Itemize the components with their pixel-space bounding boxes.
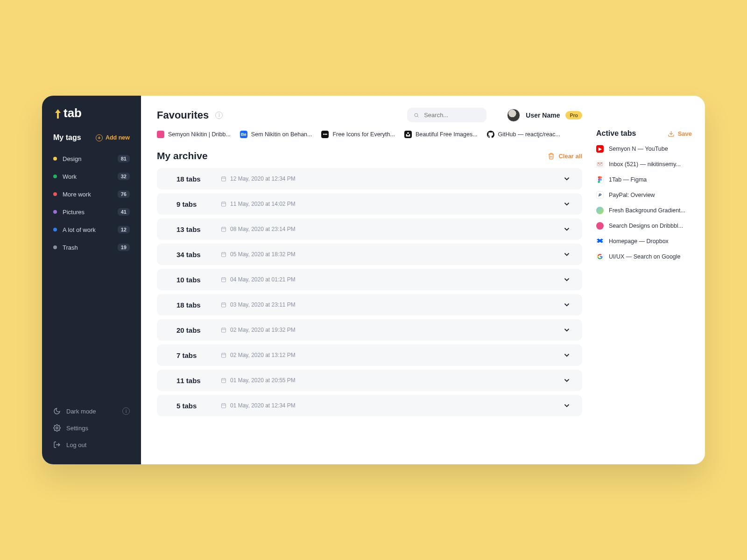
- active-tab-item[interactable]: Homepage — Dropbox: [596, 238, 692, 245]
- active-tab-item[interactable]: Inbox (521) — nikitinsemy...: [596, 161, 692, 168]
- chevron-down-icon: [563, 376, 571, 385]
- tag-color-dot-icon: [53, 228, 57, 231]
- chevron-down-icon: [563, 225, 571, 233]
- tag-count-badge: 81: [118, 155, 130, 162]
- tag-count-badge: 19: [118, 244, 130, 251]
- logout-button[interactable]: Log out: [42, 436, 141, 453]
- archive-row-date: 01 May, 2020 at 12:34 PM: [221, 402, 296, 409]
- calendar-icon: [221, 302, 226, 308]
- svg-rect-40: [222, 404, 226, 408]
- info-icon[interactable]: i: [215, 112, 223, 119]
- active-tab-label: PayPal: Overview: [609, 192, 655, 198]
- tag-color-dot-icon: [53, 157, 57, 161]
- active-tabs-title: Active tabs: [596, 129, 636, 138]
- save-button[interactable]: Save: [668, 130, 692, 137]
- add-new-label: Add new: [106, 134, 130, 141]
- chevron-down-icon: [563, 326, 571, 334]
- user-block[interactable]: User Name Pro: [507, 109, 582, 122]
- favourite-link[interactable]: GitHub — reactjc/reac...: [487, 131, 560, 138]
- archive-row[interactable]: 11 tabs 01 May, 2020 at 20:55 PM: [157, 370, 582, 391]
- tag-label: Work: [63, 173, 118, 180]
- active-tab-item[interactable]: Search Designs on Dribbbl...: [596, 222, 692, 230]
- svg-point-45: [600, 179, 602, 181]
- archive-row-title: 34 tabs: [176, 251, 221, 259]
- archive-row[interactable]: 7 tabs 02 May, 2020 at 13:12 PM: [157, 344, 582, 366]
- favourite-link[interactable]: •••Free Icons for Everyth...: [321, 131, 395, 138]
- archive-row[interactable]: 18 tabs 12 May, 2020 at 12:34 PM: [157, 168, 582, 189]
- favourite-label: Beautiful Free Images...: [416, 131, 478, 138]
- archive-row[interactable]: 9 tabs 11 May, 2020 at 14:02 PM: [157, 193, 582, 215]
- moon-icon: [53, 407, 61, 415]
- archive-row-date: 12 May, 2020 at 12:34 PM: [221, 175, 296, 182]
- tag-label: Pictures: [63, 209, 118, 216]
- archive-title: My archive: [157, 150, 208, 161]
- sidebar-tag-item[interactable]: A lot of work 12: [48, 221, 135, 238]
- clear-all-button[interactable]: Clear all: [548, 153, 582, 160]
- add-new-tag-button[interactable]: + Add new: [96, 134, 130, 141]
- svg-line-3: [418, 116, 419, 117]
- top-bar: Favourites i User Name Pro: [157, 108, 582, 122]
- favourite-link[interactable]: BeSem Nikitin on Behan...: [240, 131, 312, 138]
- settings-button[interactable]: Settings: [42, 420, 141, 436]
- svg-rect-20: [222, 278, 226, 282]
- favourite-label: Free Icons for Everyth...: [332, 131, 395, 138]
- active-tab-item[interactable]: PPayPal: Overview: [596, 191, 692, 199]
- archive-row-title: 13 tabs: [176, 225, 221, 233]
- site-icon: ▶: [596, 145, 604, 153]
- favourite-label: GitHub — reactjc/reac...: [498, 131, 560, 138]
- trash-icon: [548, 153, 555, 160]
- user-name: User Name: [526, 112, 560, 119]
- active-tab-item[interactable]: Fresh Background Gradient...: [596, 207, 692, 214]
- right-column: Active tabs Save ▶Semyon N — YouTubeInbo…: [596, 108, 692, 455]
- active-tab-item[interactable]: ▶Semyon N — YouTube: [596, 145, 692, 153]
- dark-mode-label: Dark mode: [66, 408, 96, 415]
- archive-row[interactable]: 10 tabs 04 May, 2020 at 01:21 PM: [157, 269, 582, 290]
- svg-point-2: [415, 113, 418, 117]
- search-box[interactable]: [407, 108, 486, 122]
- chevron-down-icon: [563, 351, 571, 359]
- active-tab-label: Semyon N — YouTube: [609, 146, 668, 152]
- archive-row-date: 08 May, 2020 at 23:14 PM: [221, 226, 296, 232]
- tag-label: Trash: [63, 244, 118, 251]
- sidebar-tag-item[interactable]: Design 81: [48, 150, 135, 167]
- sidebar-tag-item[interactable]: More work 76: [48, 186, 135, 203]
- active-tab-label: UI/UX — Search on Google: [609, 253, 681, 260]
- archive-row[interactable]: 34 tabs 05 May, 2020 at 18:32 PM: [157, 244, 582, 265]
- archive-row[interactable]: 18 tabs 03 May, 2020 at 23:11 PM: [157, 294, 582, 315]
- chevron-down-icon: [563, 250, 571, 259]
- calendar-icon: [221, 252, 226, 257]
- chevron-down-icon: [563, 200, 571, 208]
- logout-label: Log out: [66, 441, 86, 448]
- logout-icon: [53, 441, 61, 448]
- dark-mode-toggle[interactable]: Dark mode i: [42, 403, 141, 420]
- clear-all-label: Clear all: [558, 153, 582, 160]
- save-label: Save: [678, 130, 692, 137]
- chevron-down-icon: [563, 301, 571, 309]
- active-tab-item[interactable]: 1Tab — Figma: [596, 176, 692, 183]
- favourite-label: Semyon Nikitin | Dribb...: [168, 131, 231, 138]
- active-tabs-list: ▶Semyon N — YouTubeInbox (521) — nikitin…: [596, 145, 692, 260]
- favourite-label: Sem Nikitin on Behan...: [251, 131, 312, 138]
- archive-row[interactable]: 5 tabs 01 May, 2020 at 12:34 PM: [157, 395, 582, 416]
- archive-row[interactable]: 20 tabs 02 May, 2020 at 19:32 PM: [157, 319, 582, 341]
- sidebar-tag-item[interactable]: Trash 19: [48, 239, 135, 256]
- tags-title: My tags: [53, 133, 81, 142]
- favourite-link[interactable]: Beautiful Free Images...: [404, 131, 478, 138]
- tag-count-badge: 32: [118, 173, 130, 180]
- favourites-title: Favourites: [157, 109, 209, 121]
- favourite-link[interactable]: Semyon Nikitin | Dribb...: [157, 131, 231, 138]
- tag-color-dot-icon: [53, 192, 57, 196]
- center-column: Favourites i User Name Pro Semyon Nikiti…: [157, 108, 582, 455]
- site-icon: •••: [321, 131, 329, 138]
- app-logo: tab: [42, 106, 141, 133]
- active-tab-item[interactable]: UI/UX — Search on Google: [596, 253, 692, 260]
- site-icon: [157, 131, 164, 138]
- sidebar-tag-item[interactable]: Pictures 41: [48, 203, 135, 220]
- svg-point-0: [56, 427, 58, 429]
- sidebar-tag-item[interactable]: Work 32: [48, 168, 135, 185]
- archive-row-date: 01 May, 2020 at 20:55 PM: [221, 377, 296, 384]
- archive-row[interactable]: 13 tabs 08 May, 2020 at 23:14 PM: [157, 218, 582, 240]
- tag-color-dot-icon: [53, 175, 57, 178]
- archive-row-title: 7 tabs: [176, 351, 221, 359]
- search-input[interactable]: [424, 112, 480, 119]
